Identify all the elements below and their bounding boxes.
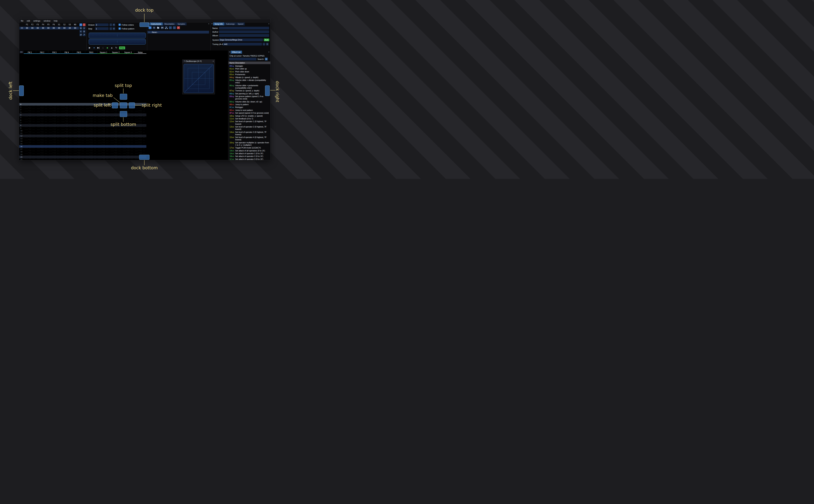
remove-order-button[interactable]: − (83, 23, 85, 26)
song-name-input[interactable] (219, 27, 269, 29)
orders-cell[interactable]: 00 (72, 27, 78, 29)
follow-orders-checkbox[interactable]: ✓ (118, 24, 121, 26)
tab-subsongs[interactable]: Subsongs (224, 22, 236, 25)
dock-left-target[interactable] (19, 85, 24, 96)
order-edit-mode-button[interactable]: ↗ (83, 33, 85, 36)
tab-wavetables[interactable]: Wavetables (163, 22, 176, 25)
channel-header-noise[interactable]: Noise (134, 50, 146, 54)
follow-pattern-checkbox[interactable]: ✓ (118, 27, 121, 30)
play-from-start-button[interactable]: ● (92, 46, 96, 49)
move-order-down-button[interactable]: ∨ (79, 30, 82, 33)
delete-instrument-button[interactable]: × (177, 26, 180, 29)
song-album-input[interactable] (219, 34, 269, 37)
menu-settings[interactable]: settings (32, 20, 42, 22)
tab-instruments[interactable]: Instruments (150, 22, 163, 25)
pattern-cell[interactable]: ··· ·· ·· ··· (73, 158, 85, 160)
step-row-button[interactable]: ↓ (101, 46, 104, 49)
play-button[interactable]: ▶ (88, 46, 91, 49)
channel-header-fm-4[interactable]: FM 4 (60, 50, 73, 54)
dock-top-target[interactable] (139, 22, 149, 27)
add-instrument-button[interactable]: + (149, 26, 151, 29)
split-right-target[interactable] (129, 102, 135, 108)
channel-header-square-2[interactable]: Square 2 (109, 50, 122, 54)
orders-cell[interactable]: 00 (51, 27, 56, 29)
poly-toggle-button[interactable]: Poly (119, 46, 125, 49)
channel-header-fm-1[interactable]: FM 1 (24, 50, 36, 54)
tab-effect-list[interactable]: Effect List (231, 51, 242, 54)
pattern-cell[interactable]: ··· ·· ·· ··· (48, 158, 60, 160)
song-author-input[interactable] (219, 30, 269, 33)
metronome-button[interactable]: ▲ (110, 46, 113, 49)
collapse-icon[interactable]: ▼ (183, 60, 185, 63)
make-tab-target[interactable] (120, 102, 127, 108)
step-input[interactable] (95, 27, 109, 30)
repeat-pattern-button[interactable]: ↻ (115, 46, 118, 49)
octave-increment-button[interactable]: + (113, 23, 115, 26)
menu-window[interactable]: window (42, 20, 52, 22)
tab-speed[interactable]: Speed (236, 22, 245, 25)
move-order-up-button[interactable]: ∧ (83, 27, 85, 29)
collapse-icon[interactable]: ▼ (228, 51, 231, 54)
effect-list-menu-button[interactable]: ≡ (265, 58, 268, 60)
tuning-increment-button[interactable]: + (266, 43, 268, 45)
order-change-mode-button[interactable]: ⇄ (79, 33, 82, 36)
orders-cell[interactable]: 00 (30, 27, 35, 29)
pattern-cell[interactable]: ··· ·· ·· ··· (109, 158, 122, 160)
orders-cell[interactable]: 00 (24, 27, 30, 29)
tab-song-info[interactable]: Song Info (213, 22, 224, 25)
open-instrument-button[interactable] (157, 26, 160, 29)
organize-instruments-button[interactable] (165, 26, 168, 29)
channel-header-fm-5[interactable]: FM 5 (73, 50, 85, 54)
channel-header-square-3[interactable]: Square 3 (122, 50, 134, 54)
split-bottom-target[interactable] (120, 111, 127, 117)
system-selector[interactable]: Sega Genesis/Mega Drive (219, 39, 263, 41)
menu-help[interactable]: help (52, 20, 59, 22)
close-icon[interactable]: × (208, 23, 209, 25)
tuning-input[interactable] (223, 43, 262, 45)
close-icon[interactable]: × (268, 23, 269, 25)
pattern-cell[interactable]: ··· ·· ·· ··· (24, 158, 36, 160)
orders-row[interactable]: 0000000000000000000000 (20, 27, 79, 29)
dock-bottom-target[interactable] (139, 155, 149, 160)
split-top-target[interactable] (120, 94, 127, 100)
move-instrument-down-button[interactable]: ↓ (173, 26, 176, 29)
channel-header-fm-2[interactable]: FM 2 (36, 50, 48, 54)
close-icon[interactable]: × (213, 60, 214, 62)
pattern-cell[interactable]: ··· ·· ·· ··· (97, 158, 110, 160)
channel-header-square-1[interactable]: Square 1 (97, 50, 110, 54)
tab-samples[interactable]: Samples (176, 22, 186, 25)
stop-button[interactable]: ■ (106, 46, 109, 49)
orders-cell[interactable]: 00 (62, 27, 67, 29)
menu-file[interactable]: file (19, 20, 25, 22)
step-decrement-button[interactable]: - (109, 27, 112, 30)
play-pattern-button[interactable]: ▶| (97, 46, 100, 49)
channel-header-fm-3[interactable]: FM 3 (48, 50, 60, 54)
orders-cell[interactable]: 00 (40, 27, 46, 29)
move-instrument-up-button[interactable]: ↑ (169, 26, 172, 29)
pattern-cell[interactable]: ··· ·· ·· ··· (122, 158, 134, 160)
collapse-icon[interactable]: ▼ (211, 22, 213, 25)
expand-channels-button[interactable]: ++ (20, 51, 23, 53)
split-left-target[interactable] (112, 102, 118, 108)
add-order-button[interactable]: + (79, 23, 82, 26)
octave-decrement-button[interactable]: - (109, 23, 112, 26)
dock-right-target[interactable] (265, 85, 270, 96)
save-instrument-button[interactable] (161, 26, 164, 29)
pattern-cell[interactable]: ··· ·· ·· ··· (85, 158, 97, 160)
step-increment-button[interactable]: + (113, 27, 115, 30)
tuning-decrement-button[interactable]: - (263, 43, 265, 45)
effect-search-input[interactable] (229, 58, 256, 60)
system-auto-button[interactable]: Auto (264, 39, 269, 41)
orders-cell[interactable]: 00 (46, 27, 51, 29)
duplicate-order-to-end-button[interactable]: ⇊ (83, 30, 85, 33)
octave-input[interactable] (95, 23, 109, 26)
pattern-cell[interactable]: ··· ·· ·· ··· (60, 158, 73, 160)
oscilloscope-title-bar[interactable]: ▼ Oscilloscope (X-Y) × (182, 60, 215, 63)
orders-cell[interactable]: 00 (35, 27, 40, 29)
duplicate-instrument-button[interactable]: ⧉ (153, 26, 156, 29)
pattern-cell[interactable]: ··· ·· ·· ··· (36, 158, 48, 160)
close-icon[interactable]: × (268, 51, 269, 53)
instrument-list-item-none[interactable]: ○ - None - (147, 31, 209, 34)
orders-cell[interactable]: 00 (67, 27, 72, 29)
channel-header-fm-6[interactable]: FM 6 (85, 50, 97, 54)
